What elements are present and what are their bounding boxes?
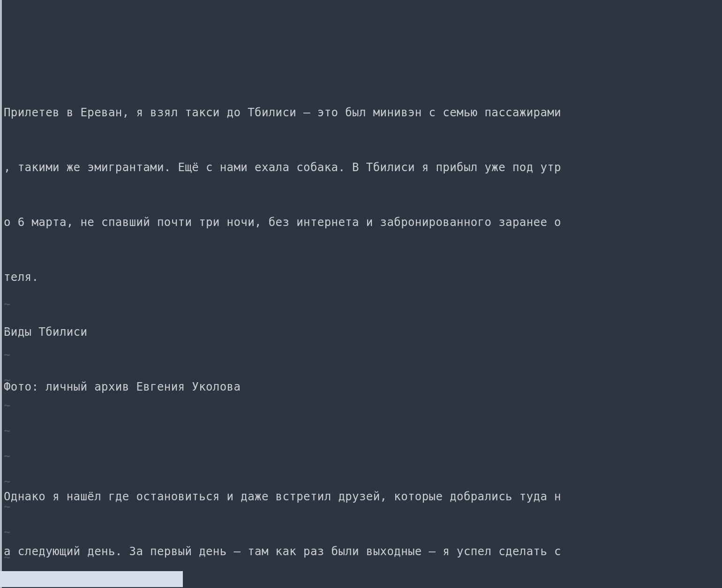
pager-content[interactable]: Прилетев в Ереван, я взял такси до Тбили… [4,12,722,588]
text-line: Прилетев в Ереван, я взял такси до Тбили… [4,104,722,122]
text-line: о 6 марта, не спавший почти три ночи, бе… [4,213,722,232]
text-line [4,433,722,451]
empty-line-tilde: ~ [4,371,11,397]
empty-line-tilde: ~ [4,397,11,422]
empty-line-tilde: ~ [4,523,11,549]
empty-line-tilde: ~ [4,498,11,523]
empty-lines-area: ~~~~~~~~~~~ [4,295,11,574]
text-line: Однако я нашёл где остановиться и даже в… [4,488,722,506]
empty-line-tilde: ~ [4,473,11,498]
pager-status-bar[interactable]: newtestfile.txt (END) [0,571,183,587]
empty-line-tilde: ~ [4,295,11,321]
window-left-edge [0,0,2,588]
empty-line-tilde: ~ [4,549,11,574]
empty-line-tilde: ~ [4,447,11,473]
text-line [4,49,722,67]
text-line: а следующий день. За первый день — там к… [4,543,722,561]
empty-line-tilde: ~ [4,422,11,447]
empty-line-tilde: ~ [4,346,11,371]
terminal-window: Прилетев в Ереван, я взял такси до Тбили… [0,0,722,588]
text-line: Виды Тбилиси [4,323,722,341]
text-line: теля. [4,268,722,286]
empty-line-tilde: ~ [4,321,11,346]
text-line: Фото: личный архив Евгения Уколова [4,378,722,396]
text-line: , такими же эмигрантами. Ещё с нами ехал… [4,158,722,177]
